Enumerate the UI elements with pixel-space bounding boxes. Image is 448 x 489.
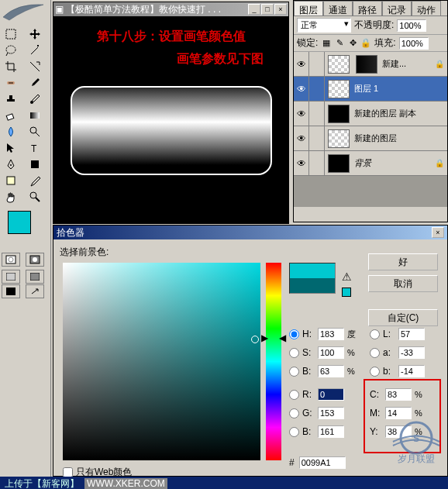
toolbox: T [0,0,51,489]
zoom-tool[interactable] [26,189,44,205]
lasso-tool[interactable] [2,43,20,58]
radio-g[interactable] [289,408,299,418]
input-y[interactable]: 38 [385,425,412,438]
svg-rect-0 [6,29,16,39]
input-c[interactable]: 83 [385,388,412,401]
eyedropper-tool[interactable] [26,173,44,188]
gradient-tool[interactable] [26,108,44,123]
radio-s[interactable] [289,348,299,358]
radio-bb[interactable] [289,427,299,437]
cancel-button[interactable]: 取消 [368,275,438,292]
lock-transparent-icon[interactable]: ▦ [321,38,332,49]
link-cell[interactable] [309,52,325,77]
visibility-icon[interactable]: 👁 [294,151,309,176]
opacity-input[interactable]: 100% [397,19,426,32]
input-r[interactable]: 0 [318,388,344,401]
footer-link[interactable]: WWW.XKER.COM [84,478,167,489]
tab-actions[interactable]: 动作 [412,1,441,15]
radio-l[interactable] [370,329,380,339]
saturation-value-field[interactable] [63,263,260,460]
hue-slider[interactable] [266,263,281,460]
link-cell[interactable] [309,77,325,102]
blur-tool[interactable] [2,124,20,139]
input-m[interactable]: 14 [385,407,412,419]
input-b[interactable]: 63 [318,365,344,377]
tab-channels[interactable]: 通道 [323,1,353,15]
path-select-tool[interactable] [2,140,20,156]
picker-close-button[interactable]: × [432,227,444,238]
shape-tool[interactable] [26,157,44,172]
picker-titlebar[interactable]: 拾色器 × [53,226,447,239]
stamp-tool[interactable] [2,91,20,107]
move-tool[interactable] [26,26,44,42]
radio-b[interactable] [289,367,299,377]
layer-item[interactable]: 👁 新建的图层 副本 [294,102,447,126]
close-button[interactable]: × [274,4,287,15]
wand-tool[interactable] [26,43,44,58]
lock-all-icon[interactable]: 🔒 [360,38,371,49]
input-a[interactable]: -33 [398,346,425,359]
hand-tool[interactable] [2,189,20,205]
brush-tool[interactable] [26,75,44,91]
eraser-tool[interactable] [2,108,20,123]
link-cell[interactable] [309,126,325,151]
screen-full[interactable] [2,284,20,298]
quickmask-on[interactable] [26,253,44,267]
visibility-icon[interactable]: 👁 [294,77,309,102]
panel-tabs: 图层 通道 路径 记录 动作 [294,1,447,16]
gamut-warning-icon[interactable]: ⚠ [342,270,352,283]
input-l[interactable]: 57 [398,328,425,340]
foreground-swatch[interactable] [8,211,31,234]
tab-paths[interactable]: 路径 [353,1,382,15]
fill-input[interactable]: 100% [399,37,429,50]
marquee-tool[interactable] [2,26,20,42]
jump-button[interactable] [26,284,44,298]
quickmask-off[interactable] [2,253,20,267]
visibility-icon[interactable]: 👁 [294,126,309,151]
input-h[interactable]: 183 [318,328,344,340]
radio-r[interactable] [289,390,299,400]
document-canvas[interactable]: 第十八步：设置画笔颜色值 画笔参数见下图 [53,16,288,223]
radio-h[interactable] [289,329,299,339]
maximize-button[interactable]: □ [261,4,274,15]
heal-tool[interactable] [2,75,20,91]
blend-mode-select[interactable]: 正常 [297,18,351,33]
color-swatches[interactable] [6,209,45,248]
custom-button[interactable]: 自定(C) [368,309,438,326]
screen-standard[interactable] [2,270,20,284]
screen-full-menu[interactable] [26,270,44,284]
input-bb[interactable]: 161 [318,425,344,438]
doc-titlebar[interactable]: ▣ 【极酷简单方法教程】教你快速打 . . . _ □ × [53,2,288,16]
notes-tool[interactable] [2,173,20,188]
layer-item[interactable]: 👁 新建的图层 [294,126,447,151]
minimize-button[interactable]: _ [248,4,260,15]
input-b2[interactable]: -14 [398,365,425,377]
dodge-tool[interactable] [26,124,44,139]
slice-tool[interactable] [26,59,44,74]
input-g[interactable]: 153 [318,407,344,419]
link-cell[interactable] [309,102,325,126]
visibility-icon[interactable]: 👁 [294,52,309,77]
hex-input[interactable]: 0099A1 [299,456,346,469]
layer-item[interactable]: 👁 背景 🔒 [294,151,447,176]
nearest-swatch[interactable] [342,288,351,297]
tab-history[interactable]: 记录 [382,1,412,15]
link-cell[interactable] [309,151,325,176]
visibility-icon[interactable]: 👁 [294,102,309,126]
lock-move-icon[interactable]: ✥ [347,38,358,49]
old-color[interactable] [290,278,335,293]
input-s[interactable]: 100 [318,346,344,359]
layer-item[interactable]: 👁 新建... 🔒 [294,52,447,77]
crop-tool[interactable] [2,59,20,74]
history-brush-tool[interactable] [26,91,44,107]
ok-button[interactable]: 好 [368,253,438,270]
pen-tool[interactable] [2,157,20,172]
type-tool[interactable]: T [26,140,44,156]
tab-layers[interactable]: 图层 [294,1,323,15]
mask-thumb [356,55,377,74]
radio-b2[interactable] [370,367,380,377]
layer-item[interactable]: 👁 图层 1 [294,77,447,102]
lock-icon: 🔒 [435,60,447,68]
lock-paint-icon[interactable]: ✎ [334,38,345,49]
radio-a[interactable] [370,348,380,358]
